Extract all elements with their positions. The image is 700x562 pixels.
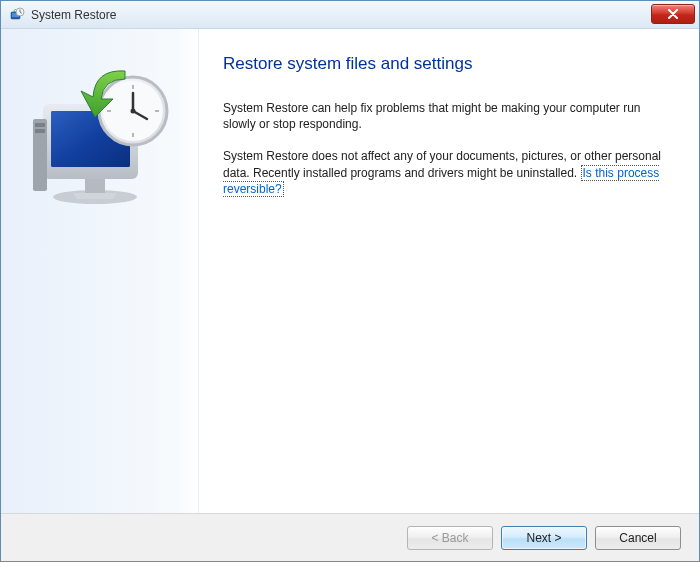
- titlebar[interactable]: System Restore: [1, 1, 699, 29]
- window-title: System Restore: [31, 8, 116, 22]
- system-restore-icon: [9, 7, 25, 23]
- intro-paragraph-2: System Restore does not affect any of yo…: [223, 148, 671, 197]
- close-button[interactable]: [651, 4, 695, 24]
- svg-point-19: [130, 109, 135, 114]
- close-icon: [667, 9, 679, 19]
- wizard-window: System Restore: [0, 0, 700, 562]
- svg-rect-4: [85, 177, 105, 193]
- system-restore-illustration: [25, 59, 175, 209]
- wizard-button-strip: < Back Next > Cancel: [1, 513, 699, 561]
- next-button[interactable]: Next >: [501, 526, 587, 550]
- intro-paragraph-1: System Restore can help fix problems tha…: [223, 100, 671, 132]
- page-heading: Restore system files and settings: [223, 54, 671, 74]
- content-area: Restore system files and settings System…: [1, 29, 699, 513]
- wizard-main-panel: Restore system files and settings System…: [199, 29, 699, 513]
- back-button: < Back: [407, 526, 493, 550]
- svg-rect-10: [35, 129, 45, 133]
- svg-rect-9: [35, 123, 45, 127]
- wizard-sidebar: [1, 29, 199, 513]
- cancel-button[interactable]: Cancel: [595, 526, 681, 550]
